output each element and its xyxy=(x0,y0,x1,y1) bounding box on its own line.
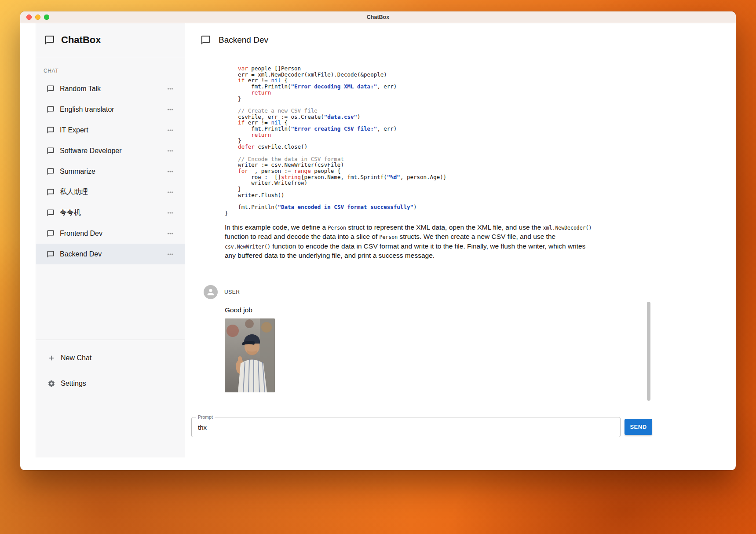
chat-bubble-icon xyxy=(201,35,211,45)
code-line: if err != nil { xyxy=(225,77,652,84)
attachment-photo[interactable] xyxy=(225,318,275,392)
code-line: fmt.Println("Data encoded in CSV format … xyxy=(225,204,652,210)
sidebar-item-it-expert[interactable]: IT Expert xyxy=(36,120,185,140)
chat-scrollbar[interactable] xyxy=(647,302,650,401)
composer: Prompt SEND xyxy=(191,411,652,457)
new-chat-label: New Chat xyxy=(61,354,91,362)
chat-item-label: English translator xyxy=(60,106,114,113)
code-line: writer := csv.NewWriter(csvFile) xyxy=(225,162,652,168)
more-options-icon[interactable] xyxy=(166,168,174,176)
sidebar-header: ChatBox xyxy=(36,23,185,57)
sidebar-item-summarize[interactable]: Summarize xyxy=(36,161,185,182)
sidebar-item-software-developer[interactable]: Software Developer xyxy=(36,140,185,161)
explanation-text: structs. We then create a new CSV file, … xyxy=(398,233,555,240)
more-options-icon[interactable] xyxy=(166,126,174,134)
chat-item-label: Random Talk xyxy=(60,85,101,93)
prompt-label: Prompt xyxy=(196,414,215,420)
code-line: csvFile, err := os.Create("data.csv") xyxy=(225,114,652,120)
chat-item-label: Backend Dev xyxy=(60,250,102,258)
code-line: writer.Write(row) xyxy=(225,180,652,186)
chat-bubble-icon xyxy=(47,126,55,134)
chat-bubble-icon xyxy=(47,230,55,238)
code-line xyxy=(225,198,652,204)
more-options-icon[interactable] xyxy=(166,230,174,238)
more-options-icon[interactable] xyxy=(166,147,174,155)
chat-list: Random TalkEnglish translatorIT ExpertSo… xyxy=(36,78,185,264)
sidebar-item-frontend-dev[interactable]: Frontend Dev xyxy=(36,223,185,244)
window-titlebar: ChatBox xyxy=(20,11,736,23)
conversation-header: Backend Dev xyxy=(191,23,652,57)
code-line: fmt.Println("Error creating CSV file:", … xyxy=(225,126,652,132)
sidebar-item-夸夸机[interactable]: 夸夸机 xyxy=(36,202,185,223)
user-avatar xyxy=(204,285,218,299)
more-options-icon[interactable] xyxy=(166,85,174,93)
plus-icon xyxy=(47,354,55,362)
sidebar-item-backend-dev[interactable]: Backend Dev xyxy=(36,244,185,264)
user-message-text: Good job xyxy=(225,306,652,314)
chat-item-label: Summarize xyxy=(60,168,95,176)
chatbox-window: ChatBox ChatBox CHAT Random TalkEnglish … xyxy=(20,11,736,470)
chat-item-label: 私人助理 xyxy=(60,187,88,197)
new-chat-button[interactable]: New Chat xyxy=(36,345,185,371)
chat-bubble-icon xyxy=(47,188,55,196)
chat-item-label: IT Expert xyxy=(60,126,88,134)
explanation-text: In this example code, we define a xyxy=(225,223,328,231)
sidebar-gutter xyxy=(20,23,36,457)
code-line: } xyxy=(225,138,652,144)
main-area: Backend Dev var people []Person err = xm… xyxy=(185,23,736,457)
code-line: } xyxy=(225,96,652,102)
inline-code: csv.NewWriter() xyxy=(225,244,270,250)
more-options-icon[interactable] xyxy=(166,250,174,258)
chat-item-label: 夸夸机 xyxy=(60,208,81,217)
sidebar-item-私人助理[interactable]: 私人助理 xyxy=(36,182,185,202)
sidebar-item-random-talk[interactable]: Random Talk xyxy=(36,78,185,99)
explanation-text: function to read and decode the data int… xyxy=(225,233,380,240)
window-title: ChatBox xyxy=(20,14,736,20)
chat-bubble-icon xyxy=(47,147,55,155)
more-options-icon[interactable] xyxy=(166,106,174,113)
app-logo-chat-bubble-icon xyxy=(44,35,55,45)
code-line: fmt.Println("Error decoding XML data:", … xyxy=(225,84,652,90)
sidebar-item-english-translator[interactable]: English translator xyxy=(36,99,185,120)
gear-icon xyxy=(47,380,55,388)
chat-bubble-icon xyxy=(47,106,55,113)
code-block: var people []Person err = xml.NewDecoder… xyxy=(225,66,652,216)
chat-item-label: Software Developer xyxy=(60,147,122,155)
inline-code: Person xyxy=(380,234,398,240)
explanation-text: struct to represent the XML data, open t… xyxy=(346,223,543,231)
chat-bubble-icon xyxy=(47,209,55,217)
code-line: // Encode the data in CSV format xyxy=(225,156,652,162)
code-line xyxy=(225,102,652,108)
code-line: var people []Person xyxy=(225,66,652,72)
code-line: return xyxy=(225,132,652,138)
settings-label: Settings xyxy=(61,380,86,388)
inline-code: xml.NewDecoder() xyxy=(543,225,592,231)
code-line: row := []string{person.Name, fmt.Sprintf… xyxy=(225,174,652,180)
settings-button[interactable]: Settings xyxy=(36,371,185,396)
explanation-text: function to encode the data in CSV forma… xyxy=(225,242,585,260)
user-role-label: USER xyxy=(224,289,240,295)
conversation-title: Backend Dev xyxy=(219,35,268,45)
sidebar-bottom-section: New Chat Settings xyxy=(36,340,185,396)
prompt-field: Prompt xyxy=(191,417,621,437)
assistant-explanation: In this example code, we define a Person… xyxy=(225,223,596,260)
code-line: defer csvFile.Close() xyxy=(225,144,652,150)
code-line xyxy=(225,150,652,156)
chat-item-label: Frontend Dev xyxy=(60,230,102,238)
code-line: } xyxy=(225,186,652,192)
code-line: if err != nil { xyxy=(225,120,652,126)
more-options-icon[interactable] xyxy=(166,188,174,196)
code-line: writer.Flush() xyxy=(225,192,652,198)
code-line: err = xml.NewDecoder(xmlFile).Decode(&pe… xyxy=(225,72,652,78)
prompt-input[interactable] xyxy=(192,417,620,437)
code-line: // Create a new CSV file xyxy=(225,108,652,114)
code-line: for _, person := range people { xyxy=(225,168,652,174)
chat-bubble-icon xyxy=(47,85,55,93)
user-message-header: USER xyxy=(204,285,652,299)
more-options-icon[interactable] xyxy=(166,209,174,217)
chat-bubble-icon xyxy=(47,250,55,258)
send-button[interactable]: SEND xyxy=(625,419,652,435)
inline-code: Person xyxy=(328,225,346,231)
chat-bubble-icon xyxy=(47,168,55,176)
code-line: return xyxy=(225,90,652,96)
